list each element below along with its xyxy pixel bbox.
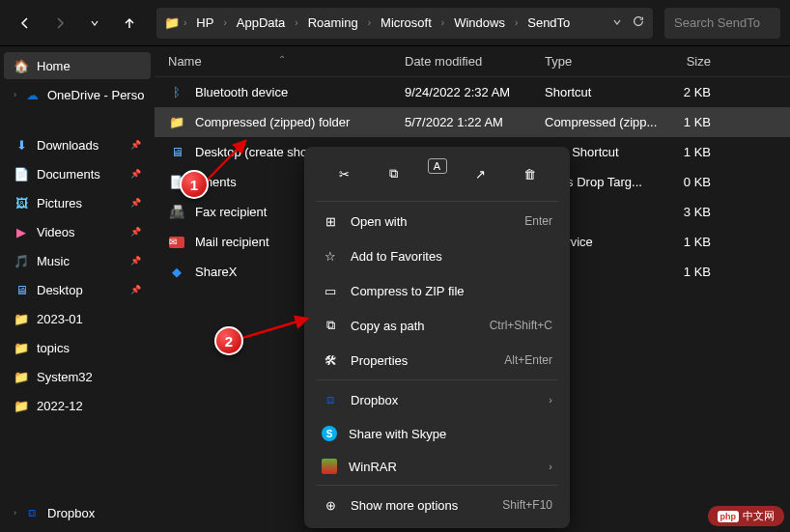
folder-icon: 📁 (14, 340, 29, 355)
cut-icon[interactable]: ✂ (329, 158, 360, 189)
folder-icon: 📁 (14, 398, 29, 413)
sidebar-item-music[interactable]: 🎵Music📌 (4, 247, 151, 274)
file-size: 1 KB (661, 235, 728, 249)
back-button[interactable] (10, 8, 41, 39)
menu-more-options[interactable]: ⊕Show more optionsShift+F10 (310, 488, 564, 522)
watermark-text: 中文网 (743, 509, 775, 523)
up-button[interactable] (114, 8, 145, 39)
properties-icon: 🛠 (322, 351, 339, 369)
skype-icon: S (322, 426, 337, 441)
breadcrumb[interactable]: HP (190, 15, 219, 30)
menu-label: Properties (351, 353, 408, 368)
chevron-right-icon: › (183, 17, 186, 28)
menu-label: Compress to ZIP file (351, 284, 465, 298)
menu-label: Share with Skype (349, 427, 446, 441)
column-name[interactable]: Name (168, 54, 405, 69)
file-size: 1 KB (661, 115, 728, 129)
sidebar-item-folder[interactable]: 📁2022-12 (4, 392, 151, 419)
menu-label: Copy as path (351, 319, 425, 333)
recent-dropdown[interactable] (79, 8, 110, 39)
address-bar[interactable]: 📁 › HP› AppData› Roaming› Microsoft› Win… (156, 8, 653, 39)
sort-indicator-icon: ⌃ (278, 54, 286, 65)
sidebar-item-videos[interactable]: ▶Videos📌 (4, 218, 151, 245)
chevron-right-icon: › (549, 461, 552, 472)
sidebar-item-folder[interactable]: 📁System32 (4, 363, 151, 390)
rename-icon[interactable]: A (428, 158, 447, 174)
menu-properties[interactable]: 🛠PropertiesAlt+Enter (310, 343, 564, 378)
download-icon: ⬇ (14, 137, 29, 153)
menu-winrar[interactable]: WinRAR› (310, 450, 564, 483)
watermark: php中文网 (708, 506, 785, 526)
file-type: Compressed (zipp... (545, 115, 661, 129)
sidebar-item-folder[interactable]: 📁topics (4, 334, 151, 361)
context-menu: ✂ ⧉ A ↗ 🗑 ⊞Open withEnter ☆Add to Favori… (304, 147, 570, 528)
refresh-icon[interactable] (632, 14, 645, 31)
pin-icon: 📌 (130, 227, 141, 237)
breadcrumb[interactable]: SendTo (522, 15, 576, 30)
chevron-right-icon: › (14, 508, 16, 518)
forward-button[interactable] (44, 8, 75, 39)
sidebar-label: Home (37, 59, 71, 73)
sidebar-item-onedrive[interactable]: ›☁OneDrive - Perso (4, 81, 151, 108)
breadcrumb[interactable]: Roaming (302, 15, 364, 30)
folder-icon: 📁 (14, 311, 29, 326)
menu-open-with[interactable]: ⊞Open withEnter (310, 204, 564, 238)
sidebar-item-dropbox[interactable]: ›⧈Dropbox (4, 499, 151, 526)
zip-icon: ▭ (322, 282, 339, 299)
copy-icon[interactable]: ⧉ (379, 158, 409, 189)
menu-label: WinRAR (349, 460, 397, 474)
shortcut: Alt+Enter (504, 353, 552, 367)
sidebar-label: Documents (37, 167, 100, 182)
menu-skype[interactable]: SShare with Skype (310, 417, 564, 450)
file-name: Compressed (zipped) folder (195, 115, 405, 129)
document-icon: 📄 (14, 166, 29, 182)
sidebar-item-pictures[interactable]: 🖼Pictures📌 (4, 189, 151, 216)
column-size[interactable]: Size (661, 54, 728, 69)
search-input[interactable]: Search SendTo (664, 8, 780, 39)
delete-icon[interactable]: 🗑 (515, 158, 546, 189)
folder-icon: 📁 (164, 15, 180, 31)
watermark-logo: php (718, 511, 740, 522)
share-icon[interactable]: ↗ (466, 158, 496, 189)
file-icon: ᛒ (168, 84, 185, 101)
file-size: 2 KB (661, 85, 728, 99)
menu-compress[interactable]: ▭Compress to ZIP file (310, 273, 564, 308)
picture-icon: 🖼 (14, 195, 29, 210)
file-icon: 📁 (168, 114, 185, 131)
menu-copy-path[interactable]: ⧉Copy as pathCtrl+Shift+C (310, 308, 564, 343)
sidebar-label: 2023-01 (37, 312, 83, 326)
breadcrumb[interactable]: Microsoft (375, 15, 437, 30)
breadcrumb[interactable]: Windows (448, 15, 511, 30)
file-row[interactable]: 📁Compressed (zipped) folder5/7/2022 1:22… (155, 107, 790, 137)
dropbox-icon: ⧈ (24, 505, 40, 520)
sidebar-item-home[interactable]: 🏠Home (4, 52, 151, 79)
chevron-down-icon[interactable] (612, 15, 622, 30)
pin-icon: 📌 (130, 169, 141, 179)
file-icon: 🖥 (168, 144, 185, 161)
sidebar-item-folder[interactable]: 📁2023-01 (4, 305, 151, 332)
sidebar-label: OneDrive - Perso (47, 88, 144, 102)
shortcut: Ctrl+Shift+C (490, 319, 552, 332)
menu-favorites[interactable]: ☆Add to Favorites (310, 238, 564, 273)
column-type[interactable]: Type (545, 54, 661, 69)
sidebar-item-documents[interactable]: 📄Documents📌 (4, 160, 151, 187)
sidebar-label: Desktop (37, 283, 83, 297)
menu-dropbox[interactable]: ⧈Dropbox› (310, 382, 564, 417)
file-size: 0 KB (661, 175, 728, 189)
pin-icon: 📌 (130, 285, 141, 294)
star-icon: ☆ (322, 247, 339, 265)
sidebar-item-downloads[interactable]: ⬇Downloads📌 (4, 131, 151, 158)
folder-icon: 📁 (14, 369, 29, 384)
file-row[interactable]: ᛒBluetooth device9/24/2022 2:32 AMShortc… (155, 77, 790, 107)
file-name: Bluetooth device (195, 85, 405, 99)
annotation-marker-2: 2 (214, 326, 243, 355)
menu-label: Add to Favorites (351, 249, 442, 264)
sidebar-item-desktop[interactable]: 🖥Desktop📌 (4, 276, 151, 303)
column-date[interactable]: Date modified (405, 54, 545, 69)
file-icon: 📠 (168, 204, 185, 221)
file-icon: ✉ (168, 234, 185, 251)
music-icon: 🎵 (14, 253, 29, 268)
sidebar-label: Pictures (37, 196, 82, 210)
breadcrumb[interactable]: AppData (231, 15, 292, 30)
pin-icon: 📌 (130, 140, 141, 150)
